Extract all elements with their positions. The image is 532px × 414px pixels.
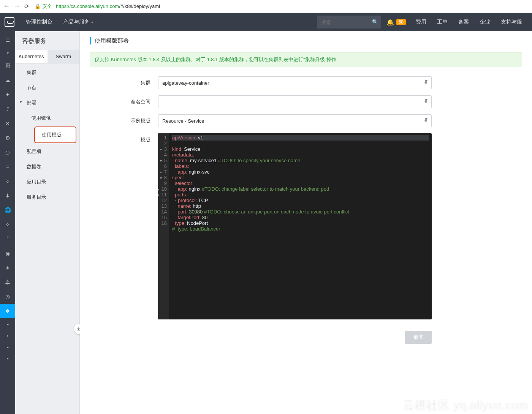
sidebar-item-cluster[interactable]: 集群	[15, 65, 79, 80]
search-input[interactable]	[317, 16, 370, 28]
nav-console[interactable]: 管理控制台	[21, 13, 58, 31]
rail-cloud-icon[interactable]: ☁	[0, 73, 15, 87]
sidebar-item-deploy[interactable]: 部署	[15, 95, 79, 111]
forward-icon[interactable]: →	[14, 2, 21, 10]
sidebar-item-app-catalog[interactable]: 应用目录	[15, 174, 79, 190]
bell-icon: 🔔	[386, 19, 394, 26]
cluster-select[interactable]: apigateway-container	[158, 76, 432, 89]
label-cluster: 集群	[90, 76, 158, 86]
rail-stack-icon[interactable]: ≡	[0, 160, 15, 174]
chevron-down-icon: ▾	[91, 20, 93, 24]
label-sample: 示例模版	[90, 114, 158, 124]
rail-antenna-icon[interactable]: ⏃	[0, 275, 15, 289]
topbar: 管理控制台 产品与服务▾ 🔍 🔔 68 费用 工单 备案 企业 支持与服	[0, 13, 532, 31]
nav-support[interactable]: 支持与服	[496, 13, 527, 31]
nav-fee[interactable]: 费用	[410, 13, 432, 31]
reload-icon[interactable]: ⟳	[24, 3, 29, 10]
nav-record[interactable]: 备案	[453, 13, 474, 31]
rail-caret-1[interactable]: ▸	[0, 318, 15, 330]
page-title: 使用模版部署	[90, 37, 522, 44]
notice-banner: 仅支持 Kubernetes 版本 1.8.4 及以上的集群。对于 1.8.1 …	[90, 52, 522, 67]
rail-outline-icon[interactable]: ◌	[0, 145, 15, 160]
nav-products[interactable]: 产品与服务▾	[58, 13, 98, 31]
rail-caret-3[interactable]: ▸	[0, 341, 15, 352]
secure-indicator: 🔒 安全	[35, 3, 52, 10]
main-content: 使用模版部署 仅支持 Kubernetes 版本 1.8.4 及以上的集群。对于…	[80, 31, 532, 414]
rail-eye-icon[interactable]: ◉	[0, 246, 15, 261]
tab-kubernetes[interactable]: Kubernetes	[15, 50, 48, 63]
sidebar-item-node[interactable]: 节点	[15, 80, 79, 95]
rail-globe-icon[interactable]: 🌐	[0, 203, 15, 217]
rail-expand-icon[interactable]: ▾	[0, 47, 15, 58]
search-button[interactable]: 🔍	[370, 16, 381, 28]
sidebar-item-svc-catalog[interactable]: 服务目录	[15, 190, 79, 205]
notif-badge: 68	[396, 19, 406, 25]
sidebar-item-use-image[interactable]: 使用镜像	[31, 111, 79, 126]
sidebar-item-volume[interactable]: 数据卷	[15, 159, 79, 174]
rail-circle-icon[interactable]: ◎	[0, 289, 15, 304]
lock-icon: 🔒	[35, 3, 41, 9]
sidebar-tabs: Kubernetes Swarm	[15, 50, 79, 63]
rail-ring-icon[interactable]: ○	[0, 174, 15, 188]
rail-menu-icon[interactable]: ☰	[0, 33, 15, 47]
yaml-editor[interactable]: 1 2▾ 3 4▾ 5 6▾ 7▾ 8 9▾ 10▾ 11 12 13 14 1…	[158, 133, 432, 319]
browser-chrome: ← → ⟳ 🔒 安全 https://cs.console.aliyun.com…	[0, 0, 532, 13]
rail-caret-4[interactable]: ▸	[0, 352, 15, 364]
nav-enterprise[interactable]: 企业	[474, 13, 496, 31]
url-bar[interactable]: https://cs.console.aliyun.com/#/k8s/depl…	[56, 3, 160, 9]
sidebar-item-config[interactable]: 配置项	[15, 144, 79, 159]
rail-db-icon[interactable]: 🗄	[0, 58, 15, 73]
rail-tree-icon[interactable]: ╨	[0, 232, 15, 246]
notifications[interactable]: 🔔 68	[386, 19, 406, 26]
nav-ticket[interactable]: 工单	[432, 13, 453, 31]
logo-icon[interactable]	[5, 17, 14, 27]
back-icon[interactable]: ←	[3, 2, 10, 10]
deploy-button[interactable]: 部署	[405, 331, 432, 344]
rail-compass-icon[interactable]: ✧	[0, 217, 15, 232]
rail-cross-icon[interactable]: ✕	[0, 116, 15, 131]
rail-star-icon[interactable]: ✶	[0, 261, 15, 275]
rail-graph-icon[interactable]: ✦	[0, 87, 15, 102]
search-icon: 🔍	[372, 19, 378, 25]
sidebar: 容器服务 Kubernetes Swarm 集群 节点 部署 使用镜像 使用模版…	[15, 31, 80, 414]
rail-k8s-icon[interactable]: ❄	[0, 304, 15, 318]
label-namespace: 命名空间	[90, 95, 158, 105]
label-template: 模版	[90, 133, 158, 143]
sidebar-title: 容器服务	[15, 31, 79, 50]
sample-template-select[interactable]: Resource - Service	[158, 114, 432, 127]
sidebar-item-use-template[interactable]: 使用模版	[34, 126, 76, 143]
rail-caret-2[interactable]: ▸	[0, 330, 15, 341]
rail-upload-icon[interactable]: ⤴	[0, 102, 15, 116]
tab-swarm[interactable]: Swarm	[48, 50, 80, 63]
namespace-select[interactable]	[158, 95, 432, 108]
rail-down-icon[interactable]: ⬇	[0, 188, 15, 203]
rail-gear-icon[interactable]: ⚙	[0, 131, 15, 145]
icon-rail: ☰ ▾ 🗄 ☁ ✦ ⤴ ✕ ⚙ ◌ ≡ ○ ⬇ 🌐 ✧ ╨ ◉ ✶ ⏃ ◎ ❄ …	[0, 31, 15, 414]
